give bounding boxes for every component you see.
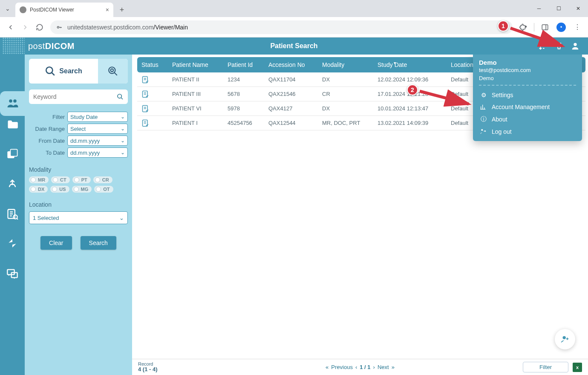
nav-patients-icon[interactable] [5,95,20,111]
chevron-down-icon: ⌄ [121,126,125,132]
modality-chips: MR CT PT CR DX US MG OT [29,176,128,193]
new-tab-button[interactable]: + [116,4,128,16]
prev-button[interactable]: Previous [331,364,353,370]
col-status[interactable]: Status [137,61,168,68]
nav-worklist-icon[interactable] [5,206,20,222]
cell-id: 5978 [223,105,264,112]
modality-chip-ot[interactable]: OT [94,186,113,193]
cell-name: PATIENT I [168,120,223,126]
reload-button[interactable] [32,20,47,35]
keyword-input-wrap[interactable] [29,89,128,104]
todate-input[interactable]: dd.mm.yyyy⌄ [67,147,128,158]
back-button[interactable] [3,20,18,35]
cell-accession: QAX11704 [264,76,318,83]
clear-button[interactable]: Clear [40,236,72,250]
user-menu-name: Demo [479,59,576,66]
col-study-date[interactable]: Study Date [373,61,447,68]
svg-line-19 [17,219,18,219]
user-icon[interactable] [570,41,580,51]
nav-upload-icon[interactable] [5,176,20,192]
menu-settings[interactable]: ⚙Settings [479,89,576,101]
export-excel-icon[interactable]: x [573,363,582,372]
svg-rect-4 [542,25,548,30]
menu-logout[interactable]: Log out [479,126,576,138]
prev-icon[interactable]: ‹ [355,364,357,370]
modality-chip-dx[interactable]: DX [29,186,48,193]
first-page-icon[interactable]: « [326,364,329,370]
keyword-input[interactable] [33,93,117,100]
nav-studies-icon[interactable] [5,147,20,162]
filter-select[interactable]: Study Date⌄ [67,112,128,122]
chevron-down-icon: ⌄ [119,215,124,221]
browser-menu-icon[interactable]: ⋮ [570,20,585,35]
chart-icon [480,104,487,110]
cell-name: PATIENT II [168,76,223,83]
modality-chip-mg[interactable]: MG [72,186,92,193]
record-count: Record 4 (1 - 4) [138,361,158,372]
window-minimize-icon[interactable]: ─ [529,0,549,17]
svg-line-26 [114,72,117,75]
cell-id: 1234 [223,76,264,83]
browser-toolbar: unitedstateswest.postdicom.com/Viewer/Ma… [0,17,588,38]
footer-filter-button[interactable]: Filter [523,362,568,372]
nav-devices-icon[interactable] [5,266,20,281]
site-info-icon[interactable] [55,23,63,31]
nav-sync-icon[interactable] [5,236,20,251]
page-title: Patient Search [270,42,317,50]
trash-icon[interactable] [554,41,564,51]
menu-account[interactable]: Account Management [479,101,576,113]
add-user-fab[interactable] [555,329,575,349]
cell-modality: DX [318,105,373,112]
col-patient-id[interactable]: Patient Id [223,61,264,68]
browser-tab[interactable]: PostDICOM Viewer × [15,3,113,17]
next-icon[interactable]: › [373,364,375,370]
svg-point-27 [118,94,121,98]
tab-close-icon[interactable]: × [106,6,109,13]
address-bar[interactable]: unitedstateswest.postdicom.com/Viewer/Ma… [50,20,513,34]
brand-logo-icon [3,38,25,55]
chevron-down-icon: ⌄ [121,150,125,156]
tab-search-label: Search [59,67,82,75]
menu-about[interactable]: ⓘAbout [479,113,576,126]
forward-button[interactable] [18,20,32,35]
results-area: Status Patient Name Patient Id Accession… [132,55,588,375]
modality-chip-ct[interactable]: CT [51,176,70,183]
cell-name: PATIENT III [168,91,223,97]
sidepanel-icon[interactable] [538,20,552,35]
modality-chip-us[interactable]: US [50,186,69,193]
nav-folder-icon[interactable] [5,117,20,132]
search-button[interactable]: Search [81,236,116,250]
location-section-label: Location [29,201,128,208]
status-icon [137,75,168,84]
last-page-icon[interactable]: » [392,364,395,370]
fromdate-input[interactable]: dd.mm.yyyy⌄ [67,136,128,146]
gear-icon: ⚙ [480,92,487,98]
tab-list-dropdown[interactable]: ⌄ [0,0,15,17]
tab-search[interactable]: Search [29,59,98,84]
svg-point-0 [57,26,59,28]
window-maximize-icon[interactable]: ☐ [549,0,568,17]
col-accession[interactable]: Accession No [264,61,318,68]
filter-label: Filter [29,114,65,120]
col-patient-name[interactable]: Patient Name [168,61,223,68]
modality-section-label: Modality [29,166,128,173]
fromdate-label: From Date [29,138,65,144]
sort-icon[interactable] [538,41,548,51]
tab-advanced-search[interactable] [98,59,128,84]
cell-accession: QAX21546 [264,91,318,97]
modality-chip-cr[interactable]: CR [93,176,112,183]
cell-modality: DX [318,76,373,83]
profile-icon[interactable]: • [554,20,568,35]
url-text: unitedstateswest.postdicom.com/Viewer/Ma… [67,24,188,31]
location-select[interactable]: 1 Selected⌄ [29,211,128,224]
modality-chip-pt[interactable]: PT [72,176,91,183]
next-button[interactable]: Next [378,364,389,370]
extensions-icon[interactable] [516,20,530,35]
svg-point-10 [9,99,12,103]
col-modality[interactable]: Modality [318,61,373,68]
keyword-search-icon[interactable] [117,93,124,100]
modality-chip-mr[interactable]: MR [29,176,49,183]
status-icon [137,119,168,127]
window-close-icon[interactable]: ✕ [568,0,588,17]
daterange-select[interactable]: Select⌄ [67,124,128,134]
